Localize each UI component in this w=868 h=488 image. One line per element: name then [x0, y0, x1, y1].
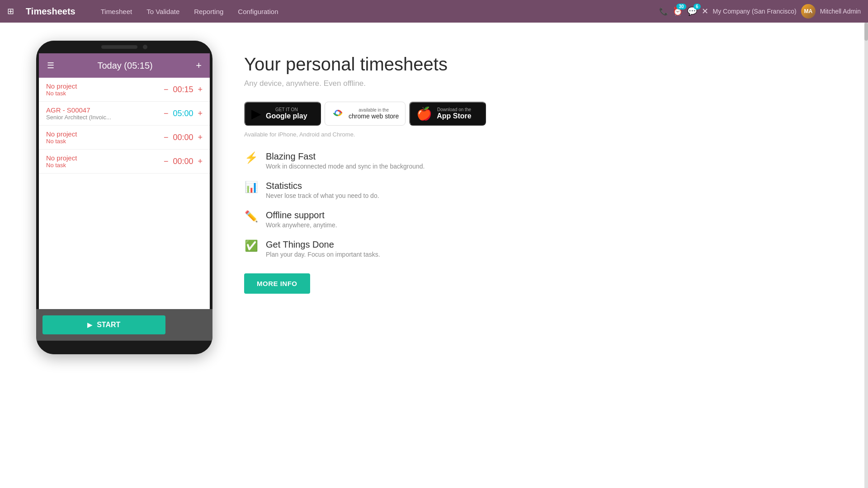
row3-plus[interactable]: + [198, 133, 203, 142]
row4-time: 00:00 [173, 157, 193, 166]
get-things-done-icon: ✅ [244, 239, 259, 252]
row2-task: Senior Architect (Invoic... [46, 114, 111, 121]
row4-plus[interactable]: + [198, 157, 203, 166]
get-things-done-title: Get Things Done [266, 239, 380, 250]
play-icon: ▶ [87, 321, 92, 328]
chrome-icon [331, 107, 344, 121]
row2-minus[interactable]: − [164, 109, 169, 118]
statistics-title: Statistics [266, 181, 379, 191]
offline-title: Offline support [266, 210, 337, 221]
row3-controls: − 00:00 + [164, 133, 203, 142]
svg-point-2 [336, 112, 339, 114]
scrollbar-thumb[interactable] [864, 23, 868, 41]
chrome-store-small: available in the [349, 108, 399, 113]
feature-offline: ✏️ Offline support Work anywhere, anytim… [244, 210, 832, 229]
phone-camera [143, 45, 147, 49]
right-content: Your personal timesheets Any device, any… [244, 41, 832, 470]
app-title: Timesheets [26, 6, 75, 17]
row2-controls: − 05:00 + [164, 109, 203, 118]
app-store-button[interactable]: 🍎 Download on the App Store [409, 102, 486, 126]
row1-project: No project [46, 82, 77, 90]
nav-links: Timesheet To Validate Reporting Configur… [95, 5, 650, 18]
user-name: Mitchell Admin [820, 8, 861, 15]
row4-controls: − 00:00 + [164, 157, 203, 166]
company-name: My Company (San Francisco) [713, 8, 797, 15]
statistics-desc: Never lose track of what you need to do. [266, 192, 379, 199]
google-play-big: Google play [266, 112, 307, 120]
nav-timesheet[interactable]: Timesheet [95, 5, 137, 18]
chat-badge: 6 [693, 4, 701, 9]
phone-header: ☰ Today (05:15) + [39, 53, 210, 78]
row4-project: No project [46, 154, 77, 162]
row1-plus[interactable]: + [198, 85, 203, 94]
hamburger-icon[interactable]: ☰ [47, 61, 54, 70]
phone-header-title: Today (05:15) [97, 61, 152, 71]
phone-bottom-bar [36, 341, 212, 354]
availability-text: Available for iPhone, Android and Chrome… [244, 131, 832, 138]
row3-project: No project [46, 130, 77, 138]
phone-row-2: AGR - S00047 Senior Architect (Invoic...… [39, 102, 210, 126]
row2-plus[interactable]: + [198, 109, 203, 118]
nav-to-validate[interactable]: To Validate [141, 5, 185, 18]
row2-time: 05:00 [173, 109, 193, 118]
phone-row-1: No project No task − 00:15 + [39, 78, 210, 102]
blazing-fast-icon: ⚡ [244, 151, 259, 164]
row1-minus[interactable]: − [164, 85, 169, 94]
phone-add-icon[interactable]: + [196, 60, 202, 71]
store-buttons: ▶ GET IT ON Google play [244, 102, 832, 126]
statistics-icon: 📊 [244, 181, 259, 193]
top-navigation: ⊞ Timesheets Timesheet To Validate Repor… [0, 0, 868, 23]
phone-body-area [39, 174, 210, 309]
google-play-icon: ▶ [251, 106, 261, 121]
row3-time: 00:00 [173, 133, 193, 142]
start-label: START [97, 321, 120, 329]
grid-icon[interactable]: ⊞ [7, 6, 14, 16]
chrome-store-big: chrome web store [349, 113, 399, 120]
row2-project: AGR - S00047 [46, 106, 111, 114]
phone: ☰ Today (05:15) + No project No task − 0… [36, 41, 212, 354]
phone-top-bar [36, 41, 212, 53]
activity-badge: 30 [676, 4, 686, 9]
phone-bottom: ▶ START [36, 309, 212, 341]
google-play-small: GET IT ON [266, 107, 307, 112]
google-play-button[interactable]: ▶ GET IT ON Google play [244, 102, 321, 126]
phone-speaker [101, 45, 137, 49]
user-avatar[interactable]: MA [801, 4, 816, 19]
feature-list: ⚡ Blazing Fast Work in disconnected mode… [244, 151, 832, 258]
row3-minus[interactable]: − [164, 133, 169, 142]
feature-statistics: 📊 Statistics Never lose track of what yo… [244, 181, 832, 199]
chrome-store-button[interactable]: available in the chrome web store [325, 102, 406, 126]
more-info-button[interactable]: MORE INFO [244, 273, 310, 294]
activity-icon[interactable]: ⏰ 30 [673, 6, 683, 16]
nav-reporting[interactable]: Reporting [189, 5, 229, 18]
blazing-fast-title: Blazing Fast [266, 151, 425, 162]
scrollbar[interactable] [864, 23, 868, 488]
main-subtitle: Any device, anywhere. Even offline. [244, 79, 832, 88]
apple-icon: 🍎 [416, 106, 432, 121]
start-button[interactable]: ▶ START [42, 315, 165, 334]
get-things-done-desc: Plan your day. Focus on important tasks. [266, 251, 380, 258]
row1-time: 00:15 [173, 85, 193, 94]
row1-task: No task [46, 90, 77, 97]
blazing-fast-desc: Work in disconnected mode and sync in th… [266, 163, 425, 170]
phone-row-3: No project No task − 00:00 + [39, 126, 210, 150]
row4-task: No task [46, 162, 77, 169]
app-store-big: App Store [437, 112, 471, 120]
offline-icon: ✏️ [244, 210, 259, 223]
chat-icon[interactable]: 💬 6 [687, 6, 697, 16]
row3-task: No task [46, 138, 77, 145]
row4-minus[interactable]: − [164, 157, 169, 166]
feature-get-things-done: ✅ Get Things Done Plan your day. Focus o… [244, 239, 832, 258]
row1-controls: − 00:15 + [164, 85, 203, 94]
phone-row-4: No project No task − 00:00 + [39, 150, 210, 174]
phone-icon[interactable]: 📞 [659, 7, 668, 16]
main-content: ☰ Today (05:15) + No project No task − 0… [0, 23, 868, 488]
main-heading: Your personal timesheets [244, 54, 832, 75]
close-icon[interactable]: ✕ [702, 6, 708, 16]
phone-mockup: ☰ Today (05:15) + No project No task − 0… [36, 41, 217, 470]
offline-desc: Work anywhere, anytime. [266, 221, 337, 229]
feature-blazing-fast: ⚡ Blazing Fast Work in disconnected mode… [244, 151, 832, 170]
app-store-small: Download on the [437, 107, 471, 112]
phone-screen: ☰ Today (05:15) + No project No task − 0… [39, 53, 210, 309]
nav-configuration[interactable]: Configuration [232, 5, 283, 18]
